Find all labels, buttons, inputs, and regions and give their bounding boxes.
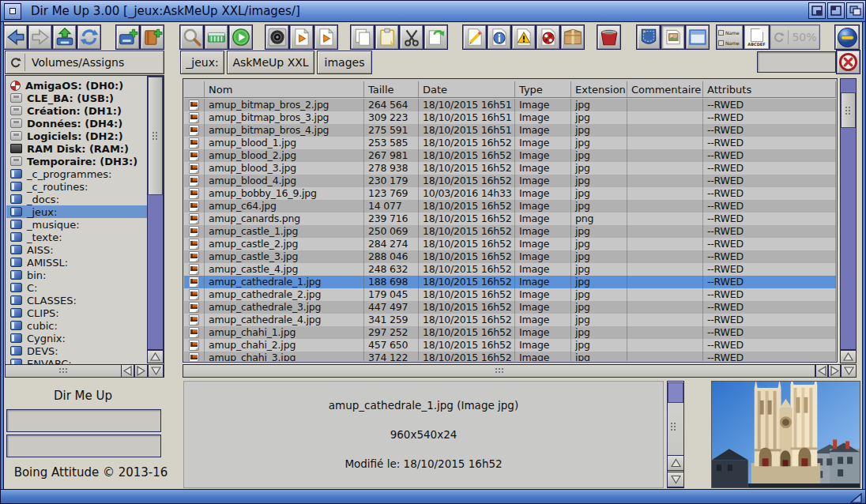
column-header[interactable]: Nom [205,81,364,97]
table-vscroll-thumb[interactable] [841,92,856,128]
file-row[interactable]: amup_cathedrale_4.jpg341 25918/10/2015 1… [184,314,836,326]
table-scroll-up-button[interactable] [840,350,857,363]
forward-button[interactable] [28,24,52,50]
file-row[interactable]: amup_castle_2.jpg284 27418/10/2015 16h52… [184,238,836,250]
sidebar-item[interactable]: CLIPS: [6,307,147,319]
search-button[interactable] [179,24,204,50]
copy-drive-button[interactable] [115,24,140,50]
filter-input[interactable] [757,51,836,73]
path-tab-1[interactable]: AskMeUp XXL [227,51,314,74]
preview-scroll-down-button[interactable] [667,472,684,487]
iconify-button[interactable] [808,2,826,19]
file-row[interactable]: amup_bitmap_bros_4.jpg275 59118/10/2015 … [184,124,836,137]
path-tab-root[interactable]: _jeux: [180,51,224,74]
sidebar-item[interactable]: CLASSES: [6,294,147,307]
back-button[interactable] [3,24,28,50]
sidebar-scroll-right-button[interactable] [134,364,148,378]
file-row[interactable]: amup_cathedrale_1.jpg188 69818/10/2015 1… [184,276,836,288]
sort-widget[interactable]: Name Name [716,24,744,50]
copy-button[interactable] [350,24,375,50]
file-row[interactable]: amup_blood_3.jpg278 93818/10/2015 16h52I… [184,162,836,175]
sidebar-item[interactable]: _texte: [6,231,147,243]
preview-scroll-up-button[interactable] [667,455,684,471]
sidebar-item[interactable]: Cygnix: [6,332,147,344]
archive-button[interactable] [560,24,585,50]
pocket-button[interactable] [636,24,661,50]
run-file-button[interactable] [289,24,314,50]
file-row[interactable]: amup_c64.jpg14 07718/10/2015 16h52Imagej… [184,200,836,213]
run-tool-button[interactable] [314,24,338,50]
sidebar-item[interactable]: cubic: [6,319,147,332]
cancel-button[interactable] [836,50,860,74]
sidebar-item[interactable]: _c_programmes: [6,167,147,180]
sidebar-item[interactable]: bin: [6,269,147,281]
file-row[interactable]: amup_castle_4.jpg248 63218/10/2015 16h52… [184,263,836,276]
sidebar-item[interactable]: ENVARC: [6,357,147,364]
close-button[interactable] [4,3,21,20]
column-header[interactable]: Date [419,81,515,97]
column-header-icon[interactable] [184,81,205,97]
paste-button[interactable] [375,24,399,50]
file-row[interactable]: amup_blood_1.jpg253 58518/10/2015 16h52I… [184,137,836,149]
preview-scroll-thumb[interactable] [668,382,683,403]
file-row[interactable]: amup_bitmap_bros_2.jpg264 56418/10/2015 … [184,99,836,111]
sidebar-item[interactable]: C: [6,281,147,294]
file-row[interactable]: amup_cathedrale_3.jpg447 49718/10/2015 1… [184,301,836,314]
alert-button[interactable] [511,24,536,50]
sidebar-item[interactable]: _jeux: [6,205,147,218]
sidebar-vscroll-thumb[interactable] [148,77,163,195]
sort-checkbox-1[interactable] [718,30,724,36]
sidebar-item[interactable]: Temporaire: (DH3:) [6,155,147,167]
sidebar-item[interactable]: AmigaOS: (DH0:) [6,79,147,92]
table-scroll-down-button[interactable] [841,364,857,378]
sidebar-scroll-left-button[interactable] [121,364,134,378]
sidebar-item[interactable]: Création: (DH1:) [6,104,147,117]
sidebar-item[interactable]: _c_routines: [6,180,147,193]
rename-button[interactable] [462,24,487,50]
empty-trash-button[interactable] [597,24,621,50]
depth-button[interactable] [846,2,864,19]
zoom-level-button[interactable]: 50% [770,24,820,50]
duplicate-button[interactable] [424,24,448,50]
window-view-button[interactable] [685,24,710,50]
sidebar-hscroll[interactable] [5,364,122,378]
file-row[interactable]: amup_castle_3.jpg288 04618/10/2015 16h52… [184,250,836,263]
sidebar-scroll-up-button[interactable] [147,350,164,363]
column-header[interactable]: Attributs [703,81,836,97]
sidebar-scroll-down-button[interactable] [148,364,164,378]
file-row[interactable]: amup_castle_1.jpg250 06918/10/2015 16h52… [184,225,836,238]
file-row[interactable]: amup_bitmap_bros_3.jpg309 22318/10/2015 … [184,111,836,124]
refresh-volumes-button[interactable] [8,54,25,71]
boing-button[interactable] [536,24,560,50]
new-drawer-button[interactable] [140,24,164,50]
file-row[interactable]: amup_blood_2.jpg267 98118/10/2015 16h52I… [184,149,836,162]
zoom-button[interactable] [827,2,845,19]
information-button[interactable] [487,24,511,50]
sidebar-item[interactable]: AMISSL: [6,256,147,269]
table-scroll-left-button[interactable] [815,364,828,378]
bottom-input-2[interactable] [6,434,161,457]
sort-checkbox-2[interactable] [718,40,724,46]
measure-button[interactable] [204,24,228,50]
file-row[interactable]: amup_bobby_16_9.jpg123 76910/03/2016 14h… [184,187,836,200]
bottom-input-1[interactable] [6,409,161,432]
titlebar[interactable]: Dir Me Up 3.00 [_jeux:AskMeUp XXL/images… [1,1,865,22]
sidebar-item[interactable]: RAM Disk: (RAM:) [6,142,147,155]
cut-button[interactable] [399,24,424,50]
column-header[interactable]: Taille [364,81,419,97]
file-row[interactable]: amup_blood_4.jpg230 17918/10/2015 16h52I… [184,175,836,187]
start-button[interactable] [228,24,253,50]
resize-handle[interactable] [850,491,862,502]
sidebar-item[interactable]: _musique: [6,218,147,231]
image-preview-button[interactable] [661,24,685,50]
sidebar-item[interactable]: AISS: [6,243,147,256]
column-header[interactable]: Commentaire [627,81,703,97]
settings-button[interactable] [834,24,860,50]
file-row[interactable]: amup_canards.png239 71618/10/2015 16h52I… [184,213,836,225]
play-sound-button[interactable] [265,24,289,50]
column-header[interactable]: Extension [571,81,627,97]
filetype-button[interactable]: ABCDEF [744,24,770,50]
sidebar-item[interactable]: Données: (DH4:) [6,117,147,130]
sidebar-item[interactable]: CLE_BA: (USB:) [6,92,147,104]
file-row[interactable]: amup_cathedrale_2.jpg179 04518/10/2015 1… [184,288,836,301]
